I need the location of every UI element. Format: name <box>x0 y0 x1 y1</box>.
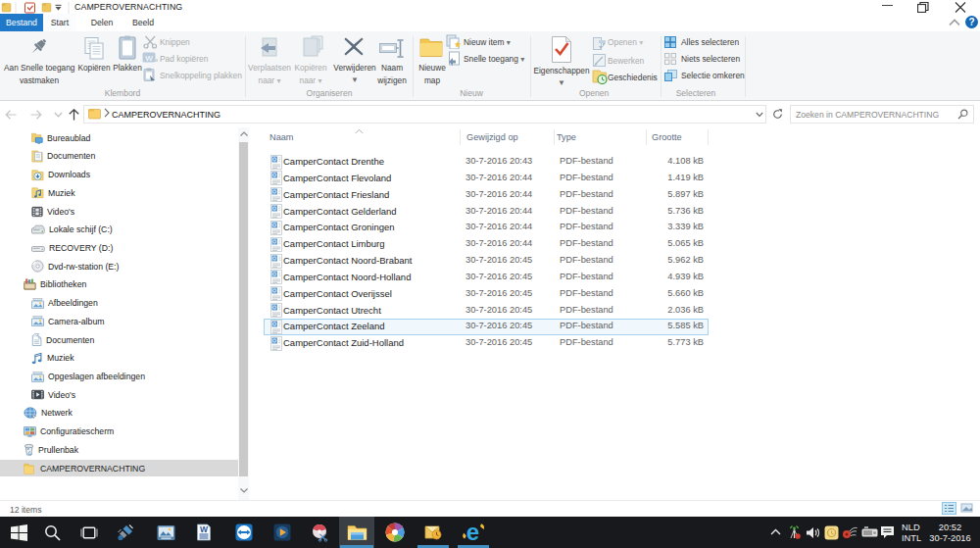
svg-text:W: W <box>145 54 153 63</box>
svg-text:W: W <box>200 524 209 534</box>
svg-text:e: e <box>466 522 478 543</box>
